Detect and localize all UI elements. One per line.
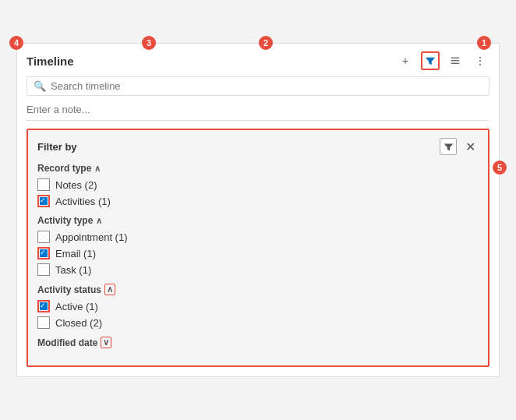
svg-rect-0	[451, 58, 460, 58]
activity-status-label: Activity status	[37, 284, 101, 295]
record-type-label: Record type	[37, 163, 91, 174]
activity-type-chevron[interactable]: ∧	[96, 216, 102, 226]
filter-panel-close-button[interactable]: ✕	[461, 138, 479, 155]
closed-label: Closed (2)	[55, 317, 102, 329]
badge-4: 4	[9, 36, 23, 50]
note-input[interactable]	[27, 101, 489, 121]
activity-type-section: Activity type ∧ Appointment (1) Email (1…	[37, 215, 479, 276]
filter-panel-header: Filter by ✕	[37, 138, 479, 155]
active-label: Active (1)	[55, 301, 98, 312]
header-icons: + ⋮	[396, 51, 489, 70]
closed-checkbox[interactable]	[37, 316, 50, 329]
filter-item-active: Active (1)	[37, 300, 479, 312]
badge-1: 1	[477, 36, 491, 50]
filter-item-task: Task (1)	[37, 263, 479, 276]
svg-rect-1	[451, 60, 460, 61]
filter-item-closed: Closed (2)	[37, 316, 479, 329]
search-bar: 🔍	[27, 76, 489, 96]
more-button[interactable]: ⋮	[471, 51, 489, 70]
appointment-label: Appointment (1)	[55, 231, 128, 243]
modified-date-section: Modified date ∨	[37, 337, 479, 348]
activity-type-header: Activity type ∧	[37, 215, 479, 226]
timeline-widget: 4 3 2 1 5 Timeline + ⋮ 🔍	[16, 43, 500, 377]
badge-3: 3	[142, 36, 156, 50]
activity-status-chevron[interactable]: ∧	[104, 284, 115, 295]
badge-2: 2	[259, 36, 273, 50]
task-label: Task (1)	[55, 264, 91, 276]
filter-item-email: Email (1)	[37, 247, 479, 259]
activities-checkbox[interactable]	[37, 195, 50, 207]
modified-date-header: Modified date ∨	[37, 337, 479, 348]
search-input[interactable]	[51, 80, 482, 92]
filter-item-notes: Notes (2)	[37, 178, 479, 191]
filter-item-appointment: Appointment (1)	[37, 231, 479, 243]
add-button[interactable]: +	[396, 51, 415, 70]
record-type-chevron[interactable]: ∧	[94, 164, 101, 174]
notes-label: Notes (2)	[55, 179, 97, 191]
filter-button[interactable]	[421, 51, 440, 70]
list-view-button[interactable]	[446, 51, 465, 70]
activities-label: Activities (1)	[55, 196, 111, 207]
record-type-header: Record type ∧	[37, 163, 479, 174]
notes-checkbox[interactable]	[37, 178, 50, 191]
modified-date-label: Modified date	[37, 337, 97, 348]
search-icon: 🔍	[34, 80, 46, 92]
badge-5: 5	[493, 161, 507, 175]
filter-panel-actions: ✕	[440, 138, 479, 155]
timeline-title: Timeline	[27, 55, 74, 68]
record-type-section: Record type ∧ Notes (2) Activities (1)	[37, 163, 479, 207]
filter-panel: Filter by ✕ Record type ∧ Notes (2)	[27, 129, 489, 367]
activity-status-header: Activity status ∧	[37, 284, 479, 295]
task-checkbox[interactable]	[37, 263, 50, 276]
modified-date-chevron[interactable]: ∨	[101, 337, 111, 348]
list-icon	[450, 55, 461, 66]
filter-icon	[425, 55, 436, 66]
appointment-checkbox[interactable]	[37, 231, 50, 243]
email-checkbox[interactable]	[37, 247, 50, 259]
svg-rect-2	[451, 63, 460, 64]
filter-item-activities: Activities (1)	[37, 195, 479, 207]
timeline-header: Timeline + ⋮	[27, 51, 489, 70]
filter-by-label: Filter by	[37, 141, 77, 153]
active-checkbox[interactable]	[37, 300, 50, 312]
activity-type-label: Activity type	[37, 215, 93, 226]
email-label: Email (1)	[55, 248, 96, 259]
filter-panel-filter-button[interactable]	[440, 138, 457, 155]
activity-status-section: Activity status ∧ Active (1) Closed (2)	[37, 284, 479, 329]
fp-filter-icon	[444, 142, 454, 152]
